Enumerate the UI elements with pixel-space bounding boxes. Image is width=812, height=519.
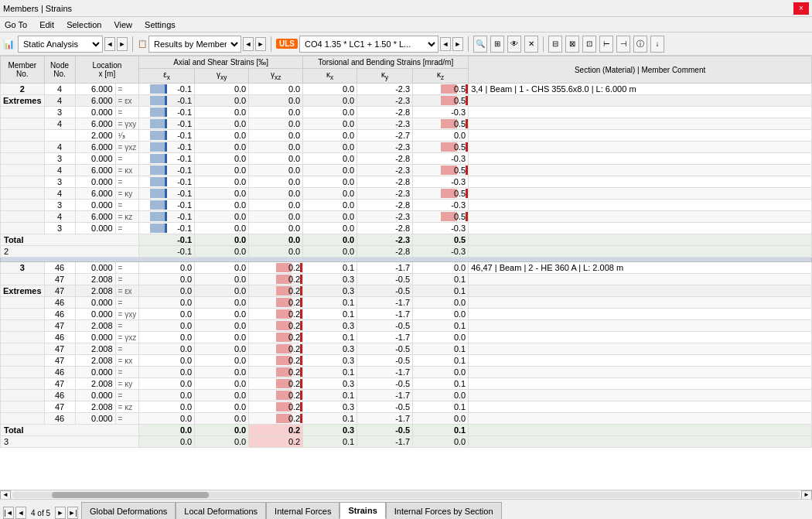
cell-label: = γxy (115, 309, 139, 320)
cell-ky: -2.3 (357, 211, 413, 223)
combo-group: ULS CO4 1.35 * LC1 + 1.50 * L... ◄ ► (276, 36, 463, 53)
cell-kz: 0.0 (413, 297, 469, 309)
scrollbar-track[interactable] (12, 492, 800, 498)
cell-kz: 0.5 (413, 188, 469, 200)
table-row: 472.008=0.00.00.20.3-0.50.1 (1, 343, 812, 355)
total-row: Total -0.1 0.0 0.0 0.0 -2.3 0.5 (1, 234, 812, 246)
tab-next-btn[interactable]: ► (55, 507, 66, 519)
cell-label: = κz (115, 401, 139, 413)
info-btn[interactable]: ⓘ (633, 36, 647, 53)
cell-node: 46 (44, 309, 75, 320)
combo-prev[interactable]: ◄ (440, 37, 451, 51)
cell-comment (469, 367, 812, 378)
menu-view[interactable]: View (112, 19, 134, 30)
cell-ky: -2.3 (357, 84, 413, 95)
tab-prev-btn[interactable]: ◄ (15, 507, 26, 519)
col-header-axial: Axial and Shear Strains [‰] (139, 56, 303, 69)
menu-settings[interactable]: Settings (143, 19, 177, 30)
combo-select[interactable]: CO4 1.35 * LC1 + 1.50 * L... (299, 36, 438, 53)
scroll-right-btn[interactable]: ► (801, 490, 812, 500)
cell-yxz: 0.0 (249, 107, 303, 118)
scroll-left-btn[interactable]: ◄ (0, 490, 11, 500)
cell-node: 46 (44, 297, 75, 309)
tab-page-info: 4 of 5 (31, 509, 50, 517)
tab-first-btn[interactable]: |◄ (3, 507, 14, 519)
cell-label: = γxz (115, 332, 139, 343)
analysis-group: 📊 Static Analysis ◄ ► (3, 36, 128, 53)
cell-yxy: 0.0 (195, 107, 249, 118)
cell-node: 47 (44, 320, 75, 332)
col-header-ky: κy (357, 69, 413, 84)
cell-yxz: 0.0 (249, 118, 303, 130)
cell-location: 6.000 (75, 142, 115, 153)
cell-ex: 0.0 (139, 378, 195, 390)
table-btn[interactable]: ⊟ (548, 36, 562, 53)
menu-goto[interactable]: Go To (3, 19, 29, 30)
cell-ky: -1.7 (357, 413, 413, 425)
tab-internal-forces[interactable]: Internal Forces (266, 502, 339, 519)
cell-kz: 0.0 (413, 332, 469, 343)
analysis-next[interactable]: ► (117, 37, 128, 51)
horizontal-scrollbar[interactable]: ◄ ► (0, 490, 812, 499)
cell-ex: -0.1 (139, 188, 195, 200)
cell-member (1, 274, 45, 285)
tab-global-deformations[interactable]: Global Deformations (81, 502, 176, 519)
col-header-kx: κx (303, 69, 357, 84)
col-header-location: Locationx [m] (75, 56, 139, 84)
tab-local-deformations[interactable]: Local Deformations (176, 502, 266, 519)
analysis-select[interactable]: Static Analysis (18, 36, 103, 53)
cell-comment (469, 274, 812, 285)
menu-selection[interactable]: Selection (65, 19, 103, 30)
cell-comment (469, 188, 812, 200)
view-btn[interactable]: 👁 (507, 36, 521, 53)
cell-label: = κx (115, 355, 139, 367)
cell-label: = (115, 84, 139, 95)
tab-strains[interactable]: Strains (339, 502, 385, 519)
analysis-prev[interactable]: ◄ (104, 37, 115, 51)
window-title: Members | Strains (3, 4, 72, 13)
zoom-btn[interactable]: 🔍 (473, 36, 487, 53)
table-row: 30.000=-0.10.00.00.0-2.8-0.3 (1, 223, 812, 234)
cell-ky: -2.7 (357, 130, 413, 142)
table-container[interactable]: MemberNo. NodeNo. Locationx [m] Axial an… (0, 56, 812, 490)
cell-yxy: 0.0 (195, 343, 249, 355)
cell-kx: 0.0 (303, 211, 357, 223)
print-btn[interactable]: ⊡ (582, 36, 596, 53)
copy-btn[interactable]: ⊢ (599, 36, 613, 53)
grid-btn[interactable]: ⊞ (490, 36, 504, 53)
combo-next[interactable]: ► (452, 37, 463, 51)
cell-ky: -2.3 (357, 95, 413, 107)
filter-btn[interactable]: ✕ (524, 36, 538, 53)
tab-last-btn[interactable]: ►| (67, 507, 78, 519)
cell-ky: -1.7 (357, 367, 413, 378)
scrollbar-thumb[interactable] (52, 492, 210, 498)
tab-internal-forces-section[interactable]: Internal Forces by Section (386, 502, 502, 519)
cell-yxy: 0.0 (195, 165, 249, 176)
cell-node: 4 (44, 188, 75, 200)
cell-node (44, 130, 75, 142)
results-next[interactable]: ► (255, 37, 266, 51)
cell-kx: 0.1 (303, 262, 357, 274)
export-btn[interactable]: ⊠ (565, 36, 579, 53)
menu-edit[interactable]: Edit (38, 19, 56, 30)
cell-member: Extremes (1, 285, 45, 297)
cell-node: 47 (44, 343, 75, 355)
cell-ex: -0.1 (139, 142, 195, 153)
cell-label: = (115, 176, 139, 188)
cell-location: 2.008 (75, 274, 115, 285)
close-button[interactable]: × (793, 2, 809, 15)
download-btn[interactable]: ↓ (650, 36, 664, 53)
results-select[interactable]: Results by Member (148, 36, 241, 53)
cell-member (1, 211, 45, 223)
paste-btn[interactable]: ⊣ (616, 36, 630, 53)
cell-ky: -2.3 (357, 142, 413, 153)
cell-location: 2.000 (75, 130, 115, 142)
cell-location: 2.008 (75, 355, 115, 367)
sep3 (468, 36, 469, 52)
cell-location: 0.000 (75, 153, 115, 165)
table-row: 460.000= γxz0.00.00.20.1-1.70.0 (1, 332, 812, 343)
cell-ex: 0.0 (139, 413, 195, 425)
results-prev[interactable]: ◄ (243, 37, 254, 51)
cell-ky: -2.8 (357, 223, 413, 234)
cell-kx: 0.1 (303, 297, 357, 309)
